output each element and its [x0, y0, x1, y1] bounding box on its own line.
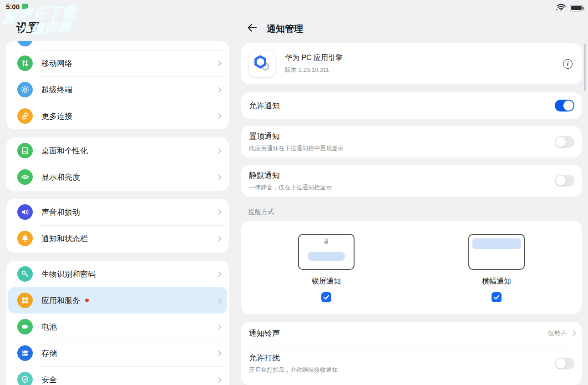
- allow-notifications-label: 允许通知: [249, 101, 280, 111]
- pinned-notifications-toggle[interactable]: [555, 136, 574, 148]
- chevron-right-icon: [216, 298, 222, 304]
- pinned-notifications-row[interactable]: 置顶通知 此应用通知在下拉通知栏中置顶显示: [241, 126, 582, 157]
- sidebar-item-more-connections[interactable]: 更多连接: [6, 103, 229, 129]
- info-icon[interactable]: i: [563, 59, 573, 69]
- toggle-knob: [556, 176, 566, 186]
- allow-interruptions-toggle[interactable]: [555, 358, 574, 370]
- huawei-pc-engine-app-icon: [249, 51, 275, 77]
- chevron-right-icon: [216, 236, 222, 242]
- chevron-right-icon: [216, 377, 222, 383]
- sidebar-item-sound-vibration[interactable]: 声音和振动: [6, 199, 229, 225]
- security-icon: [17, 372, 33, 385]
- chevron-right-icon: [216, 271, 222, 277]
- lockscreen-checkbox[interactable]: [321, 292, 331, 302]
- back-button[interactable]: [246, 22, 258, 34]
- sidebar-group-apps: 生物识别和密码 应用和服务 电池: [6, 261, 229, 385]
- sidebar-item-label: 桌面和个性化: [41, 146, 88, 156]
- pinned-notifications-label: 置顶通知: [249, 131, 344, 142]
- display-brightness-icon: [17, 169, 33, 185]
- clipped-list-item: [6, 41, 229, 50]
- check-icon: [323, 294, 329, 300]
- sidebar-item-biometrics-password[interactable]: 生物识别和密码: [6, 261, 229, 287]
- watermark-line2: 小编亲测: [18, 20, 77, 36]
- silent-notifications-row[interactable]: 静默通知 一律静音，仅在下拉通知栏显示: [241, 165, 582, 197]
- sidebar-group-sound: 声音和振动 通知和状态栏: [6, 199, 229, 253]
- app-info-card: 华为 PC 应用引擎 版本 1.23.10.311 i: [241, 43, 582, 84]
- lockscreen-notification-option[interactable]: 锁屏通知: [241, 221, 411, 314]
- storage-icon: [17, 345, 33, 361]
- notification-ringtone-value: 仅铃声: [548, 329, 567, 338]
- sidebar-item-label: 移动网络: [41, 58, 72, 69]
- statusbar-right: [556, 3, 583, 13]
- sidebar-item-super-device[interactable]: 超级终端: [6, 76, 229, 103]
- more-connections-icon: [17, 108, 33, 124]
- scrollbar-thumb[interactable]: [584, 44, 586, 91]
- desktop-personalization-icon: [17, 143, 33, 158]
- notification-bar-placeholder: [308, 252, 345, 261]
- chevron-right-icon: [216, 87, 222, 93]
- silent-notifications-label: 静默通知: [249, 170, 332, 181]
- sidebar-item-mobile-network[interactable]: 移动网络: [6, 50, 229, 76]
- notification-ringtone-row[interactable]: 通知铃声 仅铃声: [241, 322, 582, 345]
- pinned-notifications-desc: 此应用通知在下拉通知栏中置顶显示: [249, 144, 344, 152]
- sidebar-item-apps-services[interactable]: 应用和服务: [8, 287, 227, 314]
- allow-notifications-toggle[interactable]: [555, 100, 574, 111]
- sidebar-item-label: 超级终端: [41, 85, 72, 95]
- sidebar-item-label: 安全: [41, 375, 57, 385]
- apps-services-icon: [17, 293, 33, 308]
- lockscreen-preview[interactable]: [298, 234, 355, 270]
- silent-notifications-desc: 一律静音，仅在下拉通知栏显示: [249, 183, 332, 192]
- chevron-right-icon: [216, 148, 222, 154]
- sidebar-item-label: 电池: [41, 322, 57, 332]
- toggle-knob: [556, 137, 566, 147]
- arrow-left-icon: [247, 22, 258, 33]
- allow-notifications-row[interactable]: 允许通知: [241, 92, 582, 119]
- reminder-style-card: 锁屏通知 横幅通知: [241, 221, 582, 314]
- sidebar-item-label: 显示和亮度: [41, 172, 80, 182]
- sidebar-group-connections: 移动网络 超级终端 更多连接: [6, 41, 229, 129]
- sidebar-item-security[interactable]: 安全: [6, 366, 229, 385]
- sidebar-item-storage[interactable]: 存储: [6, 340, 229, 366]
- chevron-right-icon: [216, 174, 222, 180]
- chevron-right-icon: [570, 330, 576, 336]
- silent-notifications-toggle[interactable]: [555, 175, 574, 187]
- banner-option-label: 横幅通知: [482, 277, 511, 286]
- watermark: 游吧乐下载 小编亲测: [1, 5, 78, 37]
- notification-bar-placeholder: [472, 238, 521, 249]
- banner-notification-option[interactable]: 横幅通知: [411, 221, 582, 314]
- sidebar-item-label: 生物识别和密码: [41, 269, 96, 279]
- wifi-icon: [556, 3, 566, 13]
- chevron-right-icon: [216, 113, 222, 119]
- sidebar-item-desktop-personalization[interactable]: 桌面和个性化: [6, 137, 229, 164]
- banner-preview[interactable]: [468, 234, 525, 270]
- sidebar-item-label: 存储: [41, 348, 57, 359]
- sidebar-item-notification-statusbar[interactable]: 通知和状态栏: [6, 225, 229, 252]
- sidebar-item-label: 应用和服务: [41, 295, 80, 306]
- biometrics-password-icon: [17, 266, 33, 282]
- toggle-knob: [563, 101, 573, 111]
- battery-icon: [17, 319, 33, 334]
- bottom-settings-card: 通知铃声 仅铃声 允许打扰 开启免打扰后，允许继续接收通知: [241, 322, 582, 385]
- detail-page-title: 通知管理: [267, 23, 303, 35]
- battery-icon: [570, 5, 583, 11]
- banner-checkbox[interactable]: [492, 292, 502, 302]
- chevron-right-icon: [216, 350, 222, 356]
- notification-statusbar-icon: [17, 231, 33, 246]
- sidebar-item-battery[interactable]: 电池: [6, 314, 229, 340]
- allow-interruptions-row[interactable]: 允许打扰 开启免打扰后，允许继续接收通知: [241, 345, 582, 381]
- toggle-knob: [556, 359, 566, 369]
- mobile-network-icon: [17, 56, 33, 71]
- sidebar-item-label: 更多连接: [41, 111, 72, 122]
- app-version: 版本 1.23.10.311: [285, 66, 343, 74]
- lockscreen-option-label: 锁屏通知: [312, 277, 341, 286]
- chevron-right-icon: [216, 324, 222, 330]
- super-device-icon: [17, 82, 33, 97]
- chevron-right-icon: [216, 61, 222, 66]
- sidebar-group-display: 桌面和个性化 显示和亮度: [6, 137, 229, 191]
- app-name: 华为 PC 应用引擎: [285, 53, 343, 63]
- reminder-section-label: 提醒方式: [248, 208, 274, 216]
- lock-icon: [323, 238, 330, 247]
- chevron-right-icon: [216, 209, 222, 215]
- sidebar-item-label: 声音和振动: [41, 207, 80, 218]
- sidebar-item-display-brightness[interactable]: 显示和亮度: [6, 164, 229, 190]
